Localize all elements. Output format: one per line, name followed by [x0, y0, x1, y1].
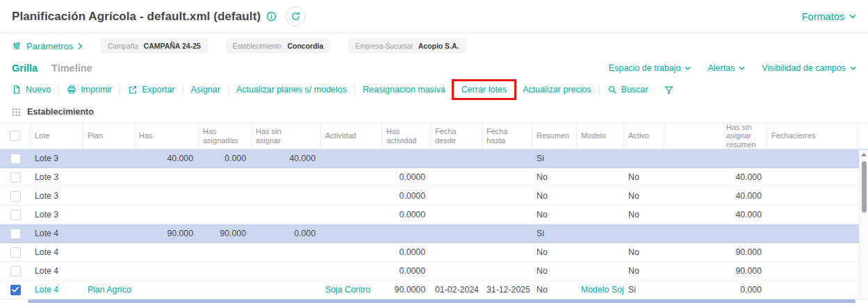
- exportar-button[interactable]: Exportar: [120, 85, 182, 94]
- cell-fechacierre: [767, 149, 858, 167]
- grouping-bar: Establecimiento: [0, 101, 868, 122]
- app-header: Planificación Agrícola - default.xml (de…: [0, 0, 868, 33]
- button-label: Actualizar planes s/ modelos: [236, 85, 347, 94]
- param-chip-establecimiento[interactable]: Establecimiento Concordia: [226, 38, 331, 53]
- column-header-has[interactable]: Has: [135, 123, 199, 149]
- cell-plan: [83, 149, 135, 167]
- column-header-modelo[interactable]: Modelo: [577, 123, 624, 149]
- table-row[interactable]: Lote 4Plan AgrícoSoja Contro90.000001-02…: [0, 281, 868, 299]
- actualizar-planes-button[interactable]: Actualizar planes s/ modelos: [229, 85, 354, 94]
- table-row[interactable]: Lote 30.0000NoNo40.000: [0, 168, 868, 187]
- param-label: Empresa-Sucursal: [355, 42, 412, 50]
- column-header-label: Fecha hasta: [486, 127, 514, 145]
- column-header-has_asignadas[interactable]: Has asignadas: [199, 123, 252, 149]
- horizontal-scrollbar-thumb[interactable]: [28, 299, 855, 303]
- param-chip-campana[interactable]: Campaña CAMPAÑA 24-25: [101, 38, 208, 53]
- cell-has_asignadas: [199, 168, 252, 186]
- button-label: Buscar: [621, 85, 648, 94]
- cell-actividad[interactable]: Soja Contro: [321, 281, 382, 299]
- button-label: Imprimir: [81, 85, 112, 94]
- column-header-has_actividad[interactable]: Has actividad: [382, 123, 431, 149]
- column-header-actividad[interactable]: Actividad: [321, 123, 382, 149]
- param-chip-empresa-sucursal[interactable]: Empresa-Sucursal Acopio S.A.: [348, 38, 466, 53]
- column-header-has_sin_asignar_resumen[interactable]: Has sin asignar resumen: [664, 123, 767, 149]
- row-checkbox[interactable]: [10, 210, 21, 220]
- cell-fecha_desde: [431, 224, 482, 242]
- parameters-bar: Parámetros Campaña CAMPAÑA 24-25 Estable…: [0, 33, 868, 58]
- formatos-dropdown[interactable]: Formatos: [802, 11, 856, 22]
- row-checkbox[interactable]: [10, 247, 21, 258]
- refresh-button[interactable]: [286, 6, 306, 26]
- row-checkbox[interactable]: [10, 191, 21, 201]
- app-window: Planificación Agrícola - default.xml (de…: [0, 0, 868, 305]
- group-summary-row[interactable]: Lote 340.0000.00040.000Si: [0, 149, 868, 168]
- cell-fechacierre: [767, 281, 858, 299]
- workspace-links: Espacio de trabajo Alertas Visibilidad d…: [609, 63, 856, 73]
- row-checkbox[interactable]: [10, 266, 21, 277]
- printer-icon: [67, 85, 76, 94]
- column-header-lote[interactable]: Lote: [31, 123, 83, 149]
- espacio-de-trabajo-dropdown[interactable]: Espacio de trabajo: [609, 63, 691, 73]
- cell-has_actividad: [382, 149, 431, 167]
- filter-button[interactable]: [656, 85, 682, 95]
- grouping-label[interactable]: Establecimiento: [27, 107, 94, 117]
- table-row[interactable]: Lote 40.0000NoNo90.000: [0, 243, 868, 262]
- tab-grilla[interactable]: Grilla: [12, 63, 38, 74]
- parametros-toggle[interactable]: Parámetros: [12, 41, 83, 51]
- formatos-label: Formatos: [802, 11, 844, 22]
- column-header-resumen[interactable]: Resumen: [532, 123, 577, 149]
- toolbar: Nuevo Imprimir Exportar Asignar Actualiz…: [0, 78, 868, 101]
- table-row[interactable]: Lote 40.0000NoNo90.000: [0, 262, 868, 281]
- drag-grid-icon[interactable]: [12, 108, 21, 117]
- param-value: Concordia: [287, 42, 323, 50]
- asignar-button[interactable]: Asignar: [183, 85, 228, 94]
- reasignacion-masiva-button[interactable]: Reasignacion masiva: [355, 85, 453, 94]
- row-checkbox-checked[interactable]: [10, 285, 21, 295]
- cell-fecha_desde: [431, 168, 482, 186]
- table-row[interactable]: Lote 30.0000NoNo40.000: [0, 187, 868, 206]
- row-checkbox[interactable]: [10, 172, 21, 183]
- cell-fecha_hasta: [482, 206, 532, 224]
- param-value: CAMPAÑA 24-25: [144, 42, 201, 50]
- link-label: Visibilidad de campos: [762, 63, 846, 73]
- info-icon[interactable]: [266, 11, 277, 22]
- alertas-dropdown[interactable]: Alertas: [707, 63, 745, 73]
- column-header-plan[interactable]: Plan: [83, 123, 135, 149]
- select-all-checkbox[interactable]: [10, 131, 20, 141]
- cell-has: [135, 206, 199, 224]
- cell-modelo: [577, 224, 624, 242]
- vertical-scrollbar[interactable]: [859, 150, 868, 299]
- cell-plan: [83, 187, 135, 205]
- row-checkbox[interactable]: [10, 229, 21, 239]
- vertical-scrollbar-thumb[interactable]: [862, 161, 867, 213]
- cell-fechacierre: [767, 243, 858, 261]
- cell-plan: [83, 262, 135, 280]
- nuevo-button[interactable]: Nuevo: [4, 85, 58, 94]
- cell-fecha_hasta: [482, 149, 532, 167]
- cell-plan[interactable]: Plan Agríco: [83, 281, 135, 299]
- column-header-activo[interactable]: Activo: [624, 123, 664, 149]
- table-row[interactable]: Lote 30.0000NoNo40.000: [0, 206, 868, 224]
- column-header-fechacierre[interactable]: Fechacierres: [767, 123, 858, 149]
- column-header-fecha_hasta[interactable]: Fecha hasta: [482, 123, 532, 149]
- scroll-up-arrow-icon[interactable]: [860, 150, 868, 159]
- visibilidad-de-campos-dropdown[interactable]: Visibilidad de campos: [762, 63, 856, 73]
- column-header-has_sin_asignar[interactable]: Has sin asignar: [252, 123, 321, 149]
- cell-has_asignadas: [199, 206, 252, 224]
- cell-lote[interactable]: Lote 4: [31, 281, 83, 299]
- param-value: Acopio S.A.: [418, 42, 459, 50]
- cell-modelo[interactable]: Modelo Soja: [577, 281, 624, 299]
- cell-has_sin_asignar_resumen: 90.000: [664, 243, 767, 261]
- buscar-button[interactable]: Buscar: [600, 85, 656, 94]
- group-summary-row[interactable]: Lote 490.00090.0000.000Si: [0, 224, 868, 243]
- imprimir-button[interactable]: Imprimir: [59, 85, 120, 94]
- cerrar-lotes-button[interactable]: Cerrar lotes: [454, 85, 514, 94]
- row-select-cell: [0, 243, 31, 261]
- cell-fecha_desde: 01-02-2024: [431, 281, 482, 299]
- export-icon: [128, 85, 138, 94]
- column-header-fecha_desde[interactable]: Fecha desde: [431, 123, 482, 149]
- tab-timeline[interactable]: Timeline: [51, 63, 92, 74]
- row-checkbox[interactable]: [10, 154, 21, 164]
- chevron-down-icon: [685, 66, 691, 70]
- actualizar-precios-button[interactable]: Actualizar precios: [515, 85, 599, 94]
